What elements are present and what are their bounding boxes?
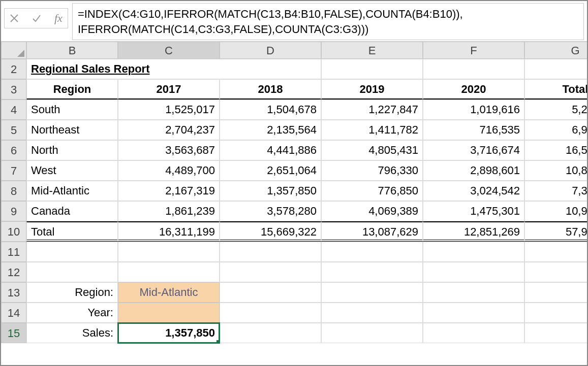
cell-value[interactable]: 776,850 [321,181,423,201]
cell[interactable] [26,242,118,262]
cell-value[interactable]: 6,968,118 [524,120,588,140]
cell-value[interactable]: 16,527,678 [524,140,588,160]
spreadsheet-grid[interactable]: B C D E F G 2 Regional Sales Report 3 Re… [1,42,587,343]
total-value[interactable]: 57,919,419 [524,221,588,242]
cell[interactable] [118,242,220,262]
cell-region[interactable]: Northeast [26,120,118,140]
col-header-F[interactable]: F [423,42,524,59]
row-header-15[interactable]: 15 [1,323,26,343]
cell-value[interactable]: 1,861,239 [118,201,220,221]
cell-value[interactable]: 1,504,678 [220,99,321,120]
formula-input[interactable]: =INDEX(C4:G10,IFERROR(MATCH(C13,B4:B10,F… [72,3,584,40]
cell[interactable] [423,59,524,79]
cell[interactable] [423,242,524,262]
total-value[interactable]: 16,311,199 [118,221,220,242]
row-header-2[interactable]: 2 [1,59,26,79]
cell[interactable] [423,262,524,282]
total-value[interactable]: 15,669,322 [220,221,321,242]
col-header-B[interactable]: B [26,42,118,59]
cell-value[interactable]: 2,704,237 [118,120,220,140]
cell-region[interactable]: South [26,99,118,120]
row-header-12[interactable]: 12 [1,262,26,282]
cell-region[interactable]: Canada [26,201,118,221]
cell[interactable] [321,303,423,323]
row-header-4[interactable]: 4 [1,99,26,120]
row-header-8[interactable]: 8 [1,181,26,201]
cell[interactable] [220,282,321,303]
row-header-13[interactable]: 13 [1,282,26,303]
cancel-icon[interactable] [8,12,21,25]
report-title[interactable]: Regional Sales Report [26,59,220,79]
total-value[interactable]: 13,087,629 [321,221,423,242]
row-header-6[interactable]: 6 [1,140,26,160]
cell-value[interactable]: 3,578,280 [220,201,321,221]
row-header-7[interactable]: 7 [1,160,26,181]
lookup-region-input[interactable]: Mid-Atlantic [118,282,220,303]
cell[interactable] [220,59,321,79]
header-total[interactable]: Total [524,79,588,99]
col-header-D[interactable]: D [220,42,321,59]
cell-value[interactable]: 1,525,017 [118,99,220,120]
cell-region[interactable]: North [26,140,118,160]
cell[interactable] [524,282,588,303]
cell[interactable] [26,262,118,282]
cell[interactable] [321,262,423,282]
cell-value[interactable]: 10,835,695 [524,160,588,181]
cell[interactable] [423,282,524,303]
col-header-C[interactable]: C [118,42,220,59]
row-header-9[interactable]: 9 [1,201,26,221]
cell[interactable] [423,323,524,343]
cell-value[interactable]: 796,330 [321,160,423,181]
cell[interactable] [118,262,220,282]
cell-value[interactable]: 2,135,564 [220,120,321,140]
cell-region[interactable]: West [26,160,118,181]
cell[interactable] [321,59,423,79]
cell-value[interactable]: 7,326,561 [524,181,588,201]
lookup-sales-label[interactable]: Sales: [26,323,118,343]
cell[interactable] [220,323,321,343]
total-label[interactable]: Total [26,221,118,242]
cell-value[interactable]: 3,024,542 [423,181,524,201]
row-header-5[interactable]: 5 [1,120,26,140]
cell[interactable] [524,59,588,79]
cell[interactable] [321,282,423,303]
cell-value[interactable]: 10,984,209 [524,201,588,221]
cell-value[interactable]: 4,069,389 [321,201,423,221]
lookup-year-label[interactable]: Year: [26,303,118,323]
lookup-region-label[interactable]: Region: [26,282,118,303]
row-header-3[interactable]: 3 [1,79,26,99]
cell[interactable] [524,323,588,343]
cell-value[interactable]: 1,475,301 [423,201,524,221]
cell-value[interactable]: 2,898,601 [423,160,524,181]
cell-value[interactable]: 4,441,886 [220,140,321,160]
cell-value[interactable]: 3,563,687 [118,140,220,160]
cell-value[interactable]: 2,651,064 [220,160,321,181]
select-all-corner[interactable] [1,42,26,59]
row-header-10[interactable]: 10 [1,221,26,242]
cell-value[interactable]: 1,019,616 [423,99,524,120]
cell[interactable] [220,242,321,262]
lookup-sales-result[interactable]: 1,357,850 [118,323,220,343]
col-header-E[interactable]: E [321,42,423,59]
header-2018[interactable]: 2018 [220,79,321,99]
cell-value[interactable]: 716,535 [423,120,524,140]
lookup-year-input[interactable] [118,303,220,323]
cell[interactable] [524,242,588,262]
cell[interactable] [220,303,321,323]
header-region[interactable]: Region [26,79,118,99]
cell-value[interactable]: 4,489,700 [118,160,220,181]
cell-value[interactable]: 1,357,850 [220,181,321,201]
cell[interactable] [321,242,423,262]
header-2020[interactable]: 2020 [423,79,524,99]
header-2017[interactable]: 2017 [118,79,220,99]
cell[interactable] [220,262,321,282]
cell[interactable] [423,303,524,323]
col-header-G[interactable]: G [524,42,588,59]
cell-region[interactable]: Mid-Atlantic [26,181,118,201]
row-header-11[interactable]: 11 [1,242,26,262]
cell-value[interactable]: 2,167,319 [118,181,220,201]
cell-value[interactable]: 3,716,674 [423,140,524,160]
cell[interactable] [321,323,423,343]
cell-value[interactable]: 1,227,847 [321,99,423,120]
header-2019[interactable]: 2019 [321,79,423,99]
